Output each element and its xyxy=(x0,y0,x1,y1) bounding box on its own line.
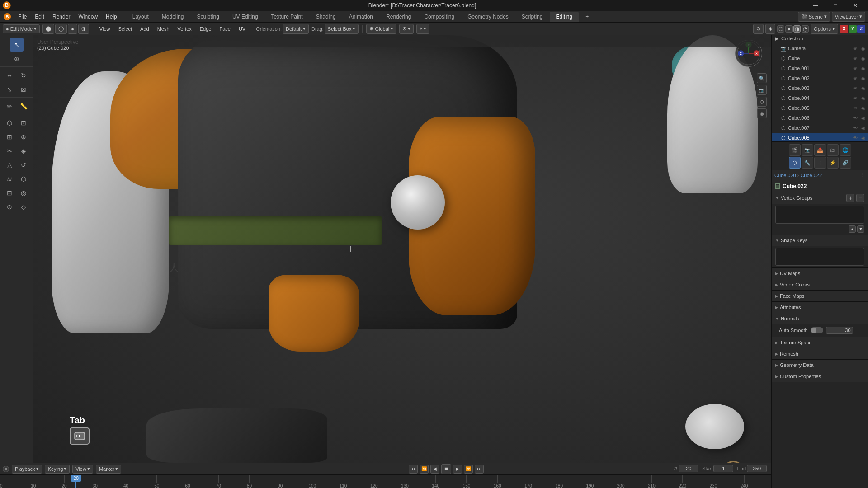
vg-down-btn[interactable]: ▼ xyxy=(857,225,864,233)
tab-sculpting[interactable]: Sculpting xyxy=(191,12,226,22)
modifiers-props-btn[interactable]: 🔧 xyxy=(802,157,813,169)
mode-selector[interactable]: ● Edit Mode ▾ xyxy=(3,24,40,33)
minimize-button[interactable]: — xyxy=(806,0,826,11)
object-name-menu-btn[interactable]: ⋮ xyxy=(861,183,865,188)
render-icon[interactable]: ◉ xyxy=(860,45,866,52)
rendered-shading-btn[interactable]: ● xyxy=(68,24,77,34)
z-axis-btn[interactable]: Z xyxy=(857,25,865,33)
auto-smooth-value[interactable]: 30 xyxy=(826,327,853,334)
tab-add[interactable]: + xyxy=(579,12,595,22)
constraints-props-btn[interactable]: 🔗 xyxy=(840,157,851,169)
render-icon-5[interactable]: ◉ xyxy=(860,85,866,91)
knife-btn[interactable]: ✂ xyxy=(3,144,16,158)
xray-btn[interactable]: ◈ xyxy=(765,24,775,34)
wire-btn[interactable]: ⬡ xyxy=(777,25,784,33)
smooth-btn[interactable]: ≋ xyxy=(3,172,16,186)
viewport-view-menu[interactable]: View xyxy=(97,25,113,33)
solid-shading-btn[interactable]: ⬤ xyxy=(42,24,54,34)
breadcrumb-menu-btn[interactable]: ⋮ xyxy=(860,172,865,178)
play-btn[interactable]: ▶ xyxy=(453,465,462,474)
play-back-btn[interactable]: ◀ xyxy=(430,465,439,474)
overlay-gizmo-btn[interactable]: ◎ xyxy=(757,108,767,118)
end-frame-field[interactable]: 250 xyxy=(747,465,767,472)
measure-btn[interactable]: 📏 xyxy=(17,99,30,113)
tab-uv-editing[interactable]: UV Editing xyxy=(226,12,264,22)
annotate-btn[interactable]: ✏ xyxy=(3,99,16,113)
randomize-btn[interactable]: ⬡ xyxy=(17,172,30,186)
outliner-camera[interactable]: 📷 Camera 👁 ◉ xyxy=(772,43,868,53)
step-forward-btn[interactable]: ⏩ xyxy=(464,465,473,474)
eye-icon-8[interactable]: 👁 xyxy=(852,115,859,121)
close-button[interactable]: ✕ xyxy=(845,0,865,11)
attributes-header[interactable]: ▶ Attributes xyxy=(772,302,868,313)
uv-maps-header[interactable]: ▶ UV Maps xyxy=(772,268,868,279)
timeline-type-btn[interactable] xyxy=(3,466,9,472)
remesh-header[interactable]: ▶ Remesh xyxy=(772,348,868,359)
timeline-body[interactable]: 0102030405060708090100110120130140150160… xyxy=(0,475,771,488)
output-props-btn[interactable]: 📤 xyxy=(814,144,826,156)
overlay-btn[interactable]: ⊚ xyxy=(753,24,764,34)
options-btn[interactable]: Options ▾ xyxy=(811,24,838,34)
outliner[interactable]: ▶ Collection 📷 Camera 👁 ◉ ⬡ Cube 👁 ◉ ⬡ C… xyxy=(772,33,868,142)
viewport-mesh-menu[interactable]: Mesh xyxy=(155,25,172,33)
x-axis-btn[interactable]: X xyxy=(840,25,848,33)
shear-btn[interactable]: ◇ xyxy=(17,200,30,214)
view-menu-btn[interactable]: View ▾ xyxy=(72,465,93,474)
render-icon-7[interactable]: ◉ xyxy=(860,105,866,111)
proportional-edit-btn[interactable]: ⊙ ▾ xyxy=(399,24,414,34)
extrude-btn[interactable]: ⬡ xyxy=(3,116,16,130)
eye-icon-9[interactable]: 👁 xyxy=(852,125,859,131)
menu-edit[interactable]: Edit xyxy=(31,13,48,21)
eye-icon-4[interactable]: 👁 xyxy=(852,75,859,81)
shape-keys-header[interactable]: ▼ Shape Keys xyxy=(772,235,868,246)
poly-build-btn[interactable]: △ xyxy=(3,158,16,172)
eye-icon-10[interactable]: 👁 xyxy=(852,135,859,141)
viewport-select-menu[interactable]: Select xyxy=(116,25,135,33)
scene-selector[interactable]: 🎬 Scene ▾ xyxy=(798,12,830,22)
step-back-btn[interactable]: ⏪ xyxy=(420,465,429,474)
global-selector[interactable]: ⊕ Global ▾ xyxy=(366,24,396,34)
bisect-btn[interactable]: ◈ xyxy=(17,144,30,158)
outliner-cube004[interactable]: ⬡ Cube.004 👁 ◉ xyxy=(772,93,868,103)
menu-help[interactable]: Help xyxy=(102,13,121,21)
viewport-uv-menu[interactable]: UV xyxy=(236,25,248,33)
jump-end-btn[interactable]: ⏭ xyxy=(475,465,484,474)
render-icon-10[interactable]: ◉ xyxy=(860,135,866,141)
vg-add-btn[interactable]: + xyxy=(846,194,854,202)
tab-modeling[interactable]: Modeling xyxy=(156,12,190,22)
normals-header[interactable]: ▼ Normals xyxy=(772,313,868,324)
geometry-data-header[interactable]: ▶ Geometry Data xyxy=(772,360,868,371)
move-tool-btn[interactable]: ↔ xyxy=(3,69,16,82)
main-viewport[interactable]: RRCG RRCG RRCG RRCG RRCG RRCG RRCG RRCG … xyxy=(33,35,771,463)
maximize-button[interactable]: □ xyxy=(826,0,845,11)
playback-menu-btn[interactable]: Playback ▾ xyxy=(12,465,42,474)
face-maps-header[interactable]: ▶ Face Maps xyxy=(772,291,868,301)
solid-btn[interactable]: ● xyxy=(785,25,793,33)
viewport-add-menu[interactable]: Add xyxy=(137,25,152,33)
render-icon-4[interactable]: ◉ xyxy=(860,75,866,81)
outliner-cube[interactable]: ⬡ Cube 👁 ◉ xyxy=(772,53,868,63)
y-axis-btn[interactable]: Y xyxy=(849,25,857,33)
eye-icon-7[interactable]: 👁 xyxy=(852,105,859,111)
start-frame-field[interactable]: 1 xyxy=(713,465,733,472)
bevel-btn[interactable]: ⊞ xyxy=(3,130,16,144)
zoom-in-btn[interactable]: 🔍 xyxy=(757,73,767,83)
vg-up-btn[interactable]: ▲ xyxy=(849,225,856,233)
inset-btn[interactable]: ⊡ xyxy=(17,116,30,130)
perspective-btn[interactable]: ⬡ xyxy=(757,97,767,107)
scene-props-btn[interactable]: 🎬 xyxy=(789,144,801,156)
render-icon-8[interactable]: ◉ xyxy=(860,115,866,121)
render-btn[interactable]: ◔ xyxy=(802,25,809,33)
stop-btn[interactable]: ⏹ xyxy=(441,464,451,474)
drag-selector[interactable]: Select Box ▾ xyxy=(325,24,359,34)
particles-props-btn[interactable]: ⊹ xyxy=(814,157,826,169)
view-layer-props-btn[interactable]: 🗂 xyxy=(827,144,839,156)
scale-tool-btn[interactable]: ⤡ xyxy=(3,83,16,96)
current-frame-field[interactable]: 20 xyxy=(679,465,698,472)
orientation-selector[interactable]: Default ▾ xyxy=(283,24,309,34)
render-props-btn[interactable]: 📷 xyxy=(802,144,813,156)
transform-tool-btn[interactable]: ⊠ xyxy=(17,83,30,96)
eye-icon-2[interactable]: 👁 xyxy=(852,55,859,61)
tab-rendering[interactable]: Rendering xyxy=(380,12,417,22)
rotate-tool-btn[interactable]: ↻ xyxy=(17,69,30,82)
